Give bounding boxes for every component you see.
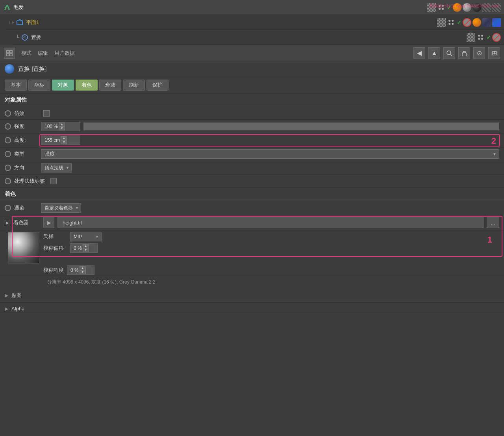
toolbar-userdata[interactable]: 用户数据	[54, 50, 75, 57]
tab-object[interactable]: 对象	[52, 80, 74, 91]
height-spin-up[interactable]: ▲	[61, 136, 67, 140]
fur-name: 毛发	[13, 4, 427, 11]
displace-icon	[21, 33, 29, 41]
height-spin-down[interactable]: ▼	[61, 140, 67, 144]
strength-value-box[interactable]: 100 % ▲ ▼	[41, 122, 80, 131]
channel-label: 通道	[14, 204, 38, 212]
svg-rect-4	[7, 50, 9, 53]
object-row-displace[interactable]: └ 置换 ✓	[13, 30, 504, 45]
height-radio[interactable]	[5, 137, 11, 143]
sampling-dropdown[interactable]: MIP	[70, 232, 102, 241]
shader-filename: height.tif	[57, 217, 484, 228]
sampling-row: 采样 MIP	[43, 232, 504, 241]
textures-arrow: ▶	[5, 293, 8, 298]
toolbar-mode[interactable]: 模式	[21, 50, 32, 57]
shader-props: 采样 MIP 模糊偏移 0 % ▲ ▼	[43, 232, 504, 263]
svg-line-9	[450, 54, 452, 56]
tab-protect[interactable]: 保护	[146, 80, 169, 91]
tab-falloff[interactable]: 衰减	[99, 80, 121, 91]
tab-basic[interactable]: 基本	[5, 80, 27, 91]
plane-check-icon[interactable]: ✓	[457, 19, 461, 26]
tab-coords[interactable]: 坐标	[28, 80, 50, 91]
strength-spin-up[interactable]: ▲	[59, 122, 65, 126]
plane-name: 平面1	[26, 19, 437, 26]
normal-tag-checkbox[interactable]	[50, 178, 57, 184]
displace-dots[interactable]	[476, 33, 485, 42]
section-alpha[interactable]: ▶ Alpha	[0, 302, 504, 315]
mat-no-icon[interactable]	[463, 18, 471, 27]
shader-row: ▶ 着色器 ▶ height.tif ...	[0, 215, 504, 230]
svg-point-3	[22, 35, 28, 40]
sampling-value: MIP	[74, 234, 82, 239]
blur-offset-down[interactable]: ▼	[83, 248, 89, 252]
height-spinner[interactable]: ▲ ▼	[61, 136, 67, 144]
title-icon	[5, 64, 14, 74]
toolbar-search-btn[interactable]	[443, 47, 455, 59]
toolbar-edit[interactable]: 编辑	[38, 50, 48, 57]
blur-offset-value: 0 %	[74, 245, 82, 251]
strength-spinner[interactable]: ▲ ▼	[59, 122, 65, 130]
blur-offset-label: 模糊偏移	[43, 245, 67, 252]
direction-value: 顶点法线	[44, 165, 63, 171]
blur-offset-spinner[interactable]: ▲ ▼	[83, 244, 89, 252]
strength-value: 100 %	[44, 124, 58, 129]
displace-name: 置换	[31, 34, 467, 41]
plane-sphere-orange[interactable]	[472, 18, 481, 27]
shader-detail: 采样 MIP 模糊偏移 0 % ▲ ▼	[8, 232, 504, 263]
title-bar: 置换 [置换]	[0, 61, 504, 77]
faux-radio[interactable]	[5, 110, 11, 117]
blur-intensity-up[interactable]: ▲	[80, 266, 86, 270]
height-value: 155 cm	[44, 137, 60, 143]
channel-radio[interactable]	[5, 205, 11, 211]
height-value-box[interactable]: 155 cm ▲ ▼	[41, 135, 80, 145]
faux-row: 仿效	[0, 107, 504, 120]
shader-play-btn[interactable]: ▶	[43, 217, 54, 228]
displace-check[interactable]: ✓	[486, 34, 491, 41]
channel-dropdown[interactable]: 自定义着色器	[41, 203, 81, 213]
toolbar-grid-icon[interactable]	[4, 48, 15, 59]
tab-refresh[interactable]: 刷新	[123, 80, 145, 91]
fur-icon	[3, 4, 11, 11]
direction-row: 方向 顶点法线	[0, 161, 504, 175]
blur-offset-up[interactable]: ▲	[83, 244, 89, 248]
strength-radio[interactable]	[5, 123, 11, 130]
direction-dropdown[interactable]: 顶点法线	[41, 163, 72, 173]
shader-expand-btn[interactable]: ▶	[5, 220, 10, 225]
toolbar-back-btn[interactable]: ◀	[413, 47, 425, 59]
photo-thumb-icon[interactable]	[482, 18, 491, 27]
shader-info-text: 分辨率 4096 x 4096, 灰度 (16 位), Grey Gamma 2…	[0, 277, 504, 289]
shader-label: 着色器	[13, 219, 37, 226]
strength-spin-down[interactable]: ▼	[59, 126, 65, 130]
displace-mat-no[interactable]	[492, 33, 501, 42]
plane-icon	[16, 19, 24, 26]
type-dropdown[interactable]: 强度	[41, 149, 499, 159]
strength-slider[interactable]	[83, 122, 499, 130]
blue-thumb-icon[interactable]	[492, 18, 501, 27]
blur-intensity-spinner[interactable]: ▲ ▼	[80, 266, 86, 274]
blur-intensity-value-box[interactable]: 0 % ▲ ▼	[67, 265, 94, 275]
shader-more-btn[interactable]: ...	[487, 217, 499, 228]
blur-offset-row: 模糊偏移 0 % ▲ ▼	[43, 243, 504, 253]
blur-offset-value-box[interactable]: 0 % ▲ ▼	[70, 243, 98, 253]
object-row-fur[interactable]: 毛发 ✓	[0, 0, 504, 15]
toolbar-forward-btn[interactable]: ▲	[428, 47, 440, 59]
object-row-plane[interactable]: □- 平面1 ✓	[6, 15, 504, 30]
type-radio[interactable]	[5, 151, 11, 157]
svg-rect-6	[7, 54, 9, 56]
normal-tag-radio[interactable]	[5, 178, 11, 184]
section-textures[interactable]: ▶ 贴图	[0, 289, 504, 302]
displace-checkerboard[interactable]	[467, 33, 475, 42]
faux-label: 仿效	[14, 110, 38, 117]
plane-dots-icon[interactable]	[447, 18, 456, 27]
tab-shading[interactable]: 着色	[76, 80, 98, 91]
faux-checkbox[interactable]	[43, 110, 50, 117]
direction-radio[interactable]	[5, 165, 11, 171]
plane-checkerboard-icon[interactable]	[437, 18, 446, 27]
blur-intensity-down[interactable]: ▼	[80, 270, 86, 274]
toolbar-target-btn[interactable]: ⊙	[473, 47, 485, 59]
toolbar-lock-btn[interactable]	[458, 47, 470, 59]
channel-row: 通道 自定义着色器	[0, 201, 504, 215]
type-row: 类型 强度	[0, 147, 504, 161]
toolbar-expand-btn[interactable]: ⊞	[488, 47, 500, 59]
plane-icons-right: ✓	[437, 18, 501, 27]
